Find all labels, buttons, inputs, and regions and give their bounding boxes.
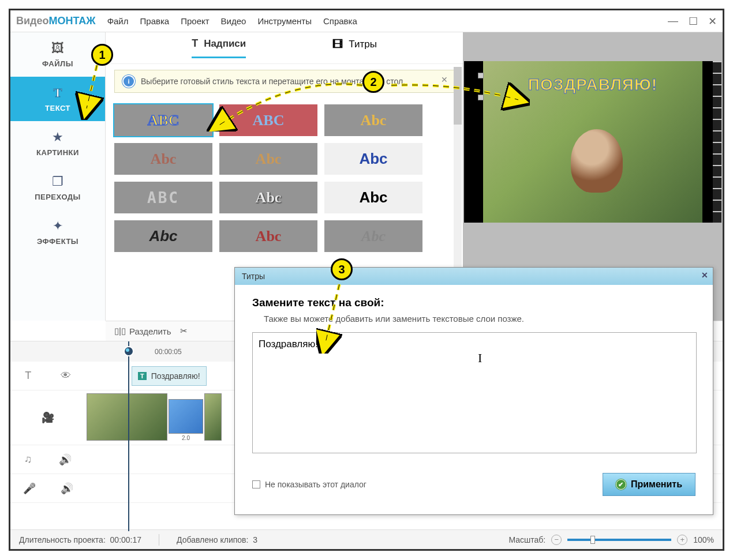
- style-preset-10[interactable]: Abc: [114, 220, 212, 252]
- tab-titles[interactable]: Титры: [332, 39, 377, 58]
- sidebar-item-pictures[interactable]: КАРТИНКИ: [10, 121, 105, 166]
- check-icon: ✔: [616, 479, 626, 490]
- logo-part-a: Видео: [16, 15, 49, 27]
- style-preset-11[interactable]: Abc: [219, 220, 317, 252]
- menu-file[interactable]: Файл: [107, 16, 129, 26]
- preview-bars-right: [713, 61, 721, 223]
- dialog-titlebar[interactable]: Титры ✕: [235, 268, 713, 285]
- film-icon: [332, 39, 343, 51]
- duration-value: 00:00:17: [110, 535, 142, 544]
- menu-help[interactable]: Справка: [323, 16, 357, 26]
- dialog-close-icon[interactable]: ✕: [701, 270, 708, 280]
- annotation-arrow-1: [74, 57, 109, 120]
- logo-part-b: МОНТАЖ: [49, 15, 96, 27]
- mic-track-icon: [23, 482, 36, 495]
- mute-toggle[interactable]: [59, 453, 72, 466]
- mute-toggle[interactable]: [61, 482, 73, 495]
- annotation-badge-2: 2: [362, 71, 384, 93]
- app-logo: ВидеоМОНТАЖ: [16, 15, 96, 27]
- apply-button[interactable]: ✔ Применить: [603, 473, 695, 496]
- transition-thumb[interactable]: 2.0: [169, 399, 203, 434]
- sidebar-effects-label: ЭФФЕКТЫ: [37, 237, 78, 246]
- split-icon: ▯|▯: [114, 326, 126, 336]
- playhead[interactable]: [128, 341, 129, 531]
- sidebar-text-label: ТЕКСТ: [45, 104, 70, 112]
- text-clip-label: Поздравляю!: [151, 371, 200, 381]
- menu-tools[interactable]: Инструменты: [257, 16, 312, 26]
- sidebar-transitions-label: ПЕРЕХОДЫ: [35, 193, 81, 201]
- annotation-arrow-3: [316, 279, 351, 354]
- star-icon: [10, 130, 105, 145]
- video-thumb-1[interactable]: [87, 393, 167, 441]
- style-preset-8[interactable]: Abc: [219, 182, 317, 213]
- tab-titles-label: Титры: [349, 39, 377, 50]
- checkbox-icon[interactable]: [252, 480, 260, 488]
- style-preset-6[interactable]: Abc: [324, 143, 422, 175]
- annotation-badge-1: 1: [91, 44, 113, 66]
- apply-label: Применить: [631, 479, 682, 490]
- video-thumb-2[interactable]: [204, 393, 222, 441]
- ruler-mark: 00:00:05: [155, 348, 182, 356]
- video-track-icon: [42, 411, 54, 424]
- transition-duration: 2.0: [169, 435, 203, 441]
- preview-subject: [571, 129, 623, 193]
- zoom-in-button[interactable]: +: [677, 535, 687, 545]
- zoom-out-button[interactable]: −: [551, 535, 562, 545]
- menu-edit[interactable]: Правка: [140, 16, 170, 26]
- split-button[interactable]: ▯|▯ Разделить: [114, 326, 171, 336]
- style-preset-12[interactable]: Abc: [324, 220, 422, 252]
- transitions-icon: [10, 174, 105, 189]
- text-cursor-icon: I: [478, 351, 482, 366]
- dont-show-label: Не показывать этот диалог: [265, 480, 366, 489]
- sidebar-files-label: ФАЙЛЫ: [42, 59, 73, 68]
- music-track-icon: [24, 453, 32, 465]
- duration-label: Длительность проекта:: [19, 535, 106, 544]
- style-preset-4[interactable]: Abc: [114, 143, 212, 175]
- t-icon: T: [192, 37, 198, 50]
- text-track-icon: T: [25, 370, 31, 382]
- zoom-slider[interactable]: [567, 539, 671, 541]
- cut-button[interactable]: [180, 326, 188, 336]
- zoom-value: 100%: [693, 535, 714, 544]
- menubar: ВидеоМОНТАЖ Файл Правка Проект Видео Инс…: [10, 10, 723, 32]
- sidebar-item-effects[interactable]: ✦ ЭФФЕКТЫ: [10, 210, 105, 254]
- annotation-arrow-2b: [386, 77, 530, 111]
- zoom-label: Масштаб:: [508, 535, 545, 544]
- close-icon[interactable]: ✕: [708, 15, 717, 28]
- text-clip-icon: T: [138, 372, 147, 380]
- menu-video[interactable]: Видео: [221, 16, 246, 26]
- text-clip[interactable]: T Поздравляю!: [132, 366, 207, 386]
- annotation-arrow-2a: [207, 74, 368, 131]
- sidebar-item-transitions[interactable]: ПЕРЕХОДЫ: [10, 166, 105, 210]
- style-preset-7[interactable]: ABC: [114, 182, 212, 213]
- split-label: Разделить: [129, 326, 171, 336]
- tab-captions[interactable]: T Надписи: [192, 37, 246, 58]
- dialog-title-text: Титры: [242, 272, 265, 281]
- tab-captions-label: Надписи: [204, 38, 246, 50]
- style-preset-5[interactable]: Abc: [219, 143, 317, 175]
- clips-label: Добавлено клипов:: [177, 535, 248, 544]
- info-icon: i: [124, 76, 134, 87]
- video-clip-group[interactable]: 2.0: [87, 393, 222, 441]
- sidebar-pictures-label: КАРТИНКИ: [36, 148, 79, 157]
- menu-project[interactable]: Проект: [181, 16, 209, 26]
- minimize-icon[interactable]: —: [668, 15, 678, 28]
- maximize-icon[interactable]: ☐: [689, 15, 698, 28]
- clips-value: 3: [253, 535, 257, 544]
- style-preset-9[interactable]: Abc: [324, 182, 422, 213]
- zoom-handle[interactable]: [590, 536, 595, 544]
- effects-icon: ✦: [10, 219, 105, 234]
- dont-show-checkbox[interactable]: Не показывать этот диалог: [252, 480, 366, 489]
- annotation-badge-3: 3: [331, 258, 353, 280]
- visibility-toggle[interactable]: [61, 370, 71, 382]
- titles-dialog: Титры ✕ Замените текст на свой: Также вы…: [234, 267, 713, 515]
- statusbar: Длительность проекта: 00:00:17 Добавлено…: [10, 529, 723, 549]
- style-preset-1[interactable]: ABC: [114, 104, 212, 136]
